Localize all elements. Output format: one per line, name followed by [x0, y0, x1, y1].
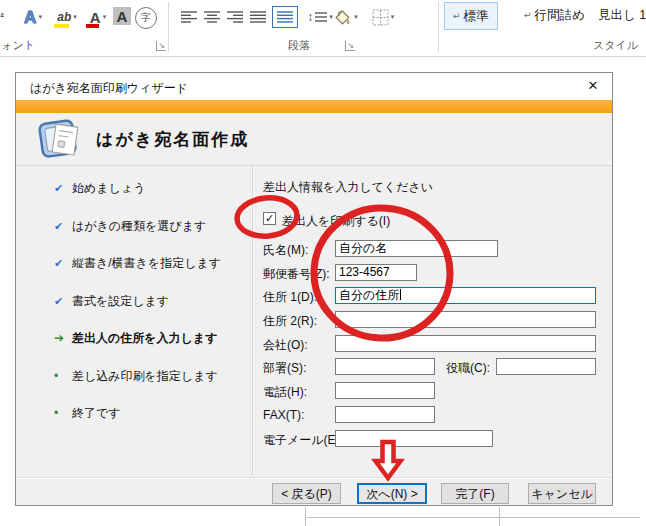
accent-bar	[16, 100, 612, 113]
step-item-5-current: 差出人の住所を入力します	[54, 330, 244, 347]
dialog-titlebar[interactable]: はがき宛名面印刷ウィザード ✕	[16, 73, 612, 100]
step-item-7: 終了です	[54, 405, 244, 422]
distribute-icon[interactable]	[272, 6, 298, 28]
align-left-icon[interactable]	[180, 4, 198, 30]
name-input[interactable]: 自分の名	[335, 240, 498, 257]
style-normal[interactable]: ↵ 標準	[444, 2, 498, 30]
department-input[interactable]	[335, 358, 435, 375]
address1-input[interactable]: 自分の住所	[335, 287, 596, 304]
step-item-3: 縦書き/横書きを指定します	[54, 255, 244, 272]
address2-label: 住所 2(R):	[263, 313, 317, 330]
name-label: 氏名(M):	[263, 242, 308, 259]
phone-label: 電話(H):	[263, 384, 307, 401]
phone-input[interactable]	[335, 382, 435, 399]
form-instruction: 差出人情報を入力してください	[263, 179, 433, 196]
print-sender-label: 差出人を印刷する(I)	[282, 213, 390, 230]
cancel-button[interactable]: キャンセル	[528, 483, 596, 504]
department-label: 部署(S):	[263, 360, 306, 377]
email-label: 電子メール(E)	[263, 432, 340, 449]
background-doc-line	[305, 507, 306, 526]
print-sender-checkbox[interactable]	[263, 212, 276, 225]
next-button[interactable]: 次へ(N) >	[357, 483, 427, 504]
align-center-icon[interactable]	[203, 4, 221, 30]
step-item-1: 始めましょう	[54, 180, 244, 197]
zip-label: 郵便番号(Z):	[263, 266, 330, 283]
text-effects-icon[interactable]: A ▾	[18, 4, 48, 30]
borders-icon[interactable]: ▾	[366, 4, 400, 30]
text-caret	[400, 289, 401, 300]
style-no-spacing[interactable]: ↵ 行間詰め	[524, 2, 585, 28]
company-input[interactable]	[335, 335, 596, 352]
step-item-2: はがきの種類を選びます	[54, 218, 244, 235]
company-label: 会社(O):	[263, 337, 308, 354]
step-item-4: 書式を設定します	[54, 293, 244, 310]
jobtitle-label: 役職(C):	[446, 360, 490, 377]
fax-label: FAX(T):	[263, 408, 304, 422]
paragraph-group-label: 段落	[288, 38, 310, 53]
finish-button[interactable]: 完了(F)	[441, 483, 509, 504]
font-group-label: フォント	[0, 38, 35, 53]
font-color-icon[interactable]: A ▾	[84, 4, 112, 30]
check-icon	[54, 220, 72, 233]
footer-separator	[16, 477, 612, 479]
address2-input[interactable]	[335, 311, 596, 328]
postcard-wizard-icon	[38, 118, 84, 164]
bullet-icon	[54, 406, 72, 420]
bullet-icon	[54, 369, 72, 383]
check-icon	[54, 182, 72, 195]
check-icon	[54, 257, 72, 270]
dialog-title: はがき宛名面印刷ウィザード	[30, 80, 188, 97]
style-heading1[interactable]: 見出し 1	[598, 2, 646, 28]
word-ribbon: ² A ▾ ab ▾ A ▾ A 字 ↕ ▾ ▾	[0, 0, 646, 57]
panel-divider	[252, 166, 254, 475]
highlight-color-icon[interactable]: ab ▾	[52, 4, 82, 30]
justify-icon[interactable]	[249, 4, 267, 30]
zip-input[interactable]: 123-4567	[335, 264, 417, 281]
step-item-6: 差し込み印刷を指定します	[54, 368, 244, 385]
address1-label: 住所 1(D):	[263, 289, 317, 306]
paragraph-dialog-launcher-icon[interactable]: ↘	[345, 41, 355, 51]
superscript-icon[interactable]: ²	[0, 4, 10, 30]
enclose-characters-icon[interactable]: 字	[135, 7, 157, 29]
back-button[interactable]: < 戻る(P)	[272, 483, 341, 504]
align-right-icon[interactable]	[226, 4, 244, 30]
char-shading-icon[interactable]: A	[113, 7, 131, 25]
email-input[interactable]	[335, 430, 493, 447]
close-icon[interactable]: ✕	[582, 76, 604, 96]
dialog-header: はがき宛名面作成	[16, 113, 612, 166]
background-doc-line	[307, 517, 640, 518]
dialog-header-title: はがき宛名面作成	[96, 128, 249, 151]
hagaki-wizard-dialog: はがき宛名面印刷ウィザード ✕ はがき宛名面作成 始めましょう はがきの種類を選…	[15, 72, 613, 506]
shading-bucket-icon[interactable]: ▾	[330, 4, 362, 30]
check-icon	[54, 295, 72, 308]
jobtitle-input[interactable]	[496, 358, 596, 375]
font-dialog-launcher-icon[interactable]: ↘	[156, 41, 166, 51]
fax-input[interactable]	[335, 406, 435, 423]
styles-group-label: スタイル	[593, 38, 638, 53]
arrow-right-icon	[54, 331, 72, 345]
